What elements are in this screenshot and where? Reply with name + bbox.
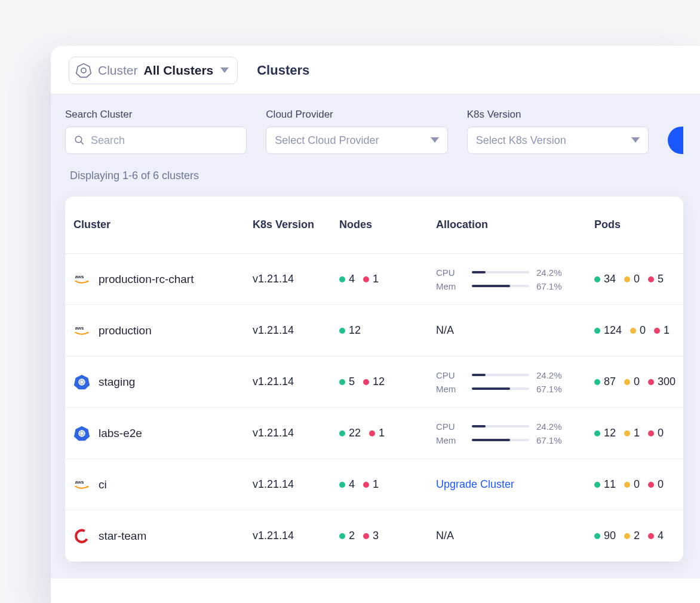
page-title: Clusters (257, 63, 309, 78)
openshift-icon (73, 528, 90, 544)
cloud-label: Cloud Provider (266, 109, 447, 121)
stat-yellow: 0 (630, 324, 646, 337)
alloc-mem: Mem67.1% (436, 281, 594, 291)
table-header: Cluster K8s Version Nodes Allocation Pod… (65, 196, 683, 254)
cloud-select-placeholder: Select Cloud Provider (275, 134, 379, 147)
pods-cell: 1210 (594, 427, 675, 439)
chevron-down-icon (219, 67, 229, 73)
stat-green: 4 (339, 273, 355, 285)
k8s-version-label: K8s Version (467, 109, 649, 121)
chevron-down-icon (630, 137, 640, 143)
col-pods[interactable]: Pods (594, 219, 675, 231)
cluster-name: labs-e2e (99, 427, 142, 440)
allocation-cell: CPU24.2%Mem67.1% (436, 370, 594, 394)
search-input-wrap[interactable] (65, 127, 247, 154)
nodes-cell: 12 (339, 324, 436, 337)
aws-icon: aws (73, 322, 90, 339)
kubernetes-icon (75, 62, 92, 79)
k8s-version: v1.21.14 (253, 530, 339, 542)
alloc-mem: Mem67.1% (436, 435, 594, 445)
aws-icon: aws (73, 271, 90, 288)
stat-red: 1 (363, 478, 379, 491)
table-row[interactable]: stagingv1.21.14512CPU24.2%Mem67.1%870300 (65, 356, 683, 408)
stat-red: 1 (369, 427, 385, 439)
table-row[interactable]: labs-e2ev1.21.14221CPU24.2%Mem67.1%1210 (65, 408, 683, 459)
k8s-icon (73, 425, 90, 442)
stat-red: 0 (648, 478, 664, 491)
alloc-cpu: CPU24.2% (436, 370, 594, 380)
col-allocation[interactable]: Allocation (436, 219, 594, 231)
cluster-cell: awsproduction (73, 322, 253, 339)
cluster-name: star-team (99, 530, 146, 543)
svg-line-3 (81, 141, 83, 144)
svg-text:aws: aws (75, 274, 84, 279)
allocation-cell: N/A (436, 530, 594, 542)
stat-red: 5 (648, 273, 664, 285)
svg-marker-0 (76, 64, 91, 78)
svg-point-1 (81, 68, 86, 73)
table-row[interactable]: awsproduction-rc-chartv1.21.1441CPU24.2%… (65, 254, 683, 305)
table-row[interactable]: awsproductionv1.21.1412N/A12401 (65, 305, 683, 356)
stat-green: 90 (594, 530, 616, 542)
stat-green: 12 (339, 324, 361, 337)
k8s-version: v1.21.14 (253, 427, 339, 439)
alloc-cpu: CPU24.2% (436, 422, 594, 432)
table-row[interactable]: awsciv1.21.1441Upgrade Cluster1100 (65, 459, 683, 510)
upgrade-cluster-link[interactable]: Upgrade Cluster (436, 478, 514, 490)
stat-red: 12 (363, 376, 385, 388)
cluster-selector-value: All Clusters (144, 63, 214, 78)
allocation-cell: N/A (436, 324, 594, 337)
allocation-na: N/A (436, 324, 454, 336)
stat-green: 34 (594, 273, 616, 285)
allocation-cell: CPU24.2%Mem67.1% (436, 422, 594, 445)
cloud-select[interactable]: Select Cloud Provider (266, 127, 447, 154)
stat-red: 0 (648, 427, 664, 439)
k8s-version-select[interactable]: Select K8s Version (467, 127, 649, 154)
pods-cell: 3405 (594, 273, 675, 285)
stat-green: 11 (594, 478, 616, 491)
stat-green: 4 (339, 478, 355, 491)
search-input[interactable] (91, 134, 238, 147)
cluster-name: staging (99, 376, 135, 389)
stat-yellow: 0 (624, 273, 640, 285)
pods-cell: 1100 (594, 478, 675, 491)
cluster-cell: star-team (73, 528, 253, 544)
stat-green: 12 (594, 427, 616, 439)
col-cluster[interactable]: Cluster (73, 219, 253, 231)
nodes-cell: 221 (339, 427, 436, 439)
filters-panel: Search Cluster Cloud Provider Select Clo… (51, 94, 700, 579)
cluster-selector[interactable]: Cluster All Clusters (69, 57, 238, 84)
primary-action-button[interactable] (668, 127, 683, 154)
cluster-cell: staging (73, 374, 253, 390)
stat-yellow: 1 (624, 427, 640, 439)
cluster-cell: awsci (73, 476, 253, 493)
k8s-version: v1.21.14 (253, 324, 339, 337)
table-row[interactable]: star-teamv1.21.1423N/A9024 (65, 510, 683, 562)
svg-point-2 (75, 136, 81, 142)
cluster-cell: labs-e2e (73, 425, 253, 442)
k8s-version: v1.21.14 (253, 376, 339, 388)
col-nodes[interactable]: Nodes (339, 219, 436, 231)
alloc-mem: Mem67.1% (436, 384, 594, 394)
stat-yellow: 0 (624, 478, 640, 491)
allocation-cell: CPU24.2%Mem67.1% (436, 267, 594, 291)
alloc-cpu: CPU24.2% (436, 267, 594, 278)
cluster-name: production (99, 324, 152, 337)
nodes-cell: 41 (339, 273, 436, 285)
stat-green: 87 (594, 376, 616, 388)
svg-text:aws: aws (75, 325, 84, 331)
clusters-table: Cluster K8s Version Nodes Allocation Pod… (65, 196, 683, 562)
topbar: Cluster All Clusters Clusters (51, 46, 700, 94)
stat-green: 22 (339, 427, 361, 439)
cluster-name: ci (99, 478, 107, 491)
stat-yellow: 2 (624, 530, 640, 542)
col-k8s-version[interactable]: K8s Version (253, 219, 339, 231)
stat-red: 300 (648, 376, 676, 388)
stat-green: 5 (339, 376, 355, 388)
nodes-cell: 512 (339, 376, 436, 388)
k8s-icon (73, 374, 90, 390)
stat-yellow: 0 (624, 376, 640, 388)
cluster-name: production-rc-chart (99, 273, 194, 286)
stat-red: 1 (654, 324, 670, 337)
k8s-version: v1.21.14 (253, 273, 339, 285)
